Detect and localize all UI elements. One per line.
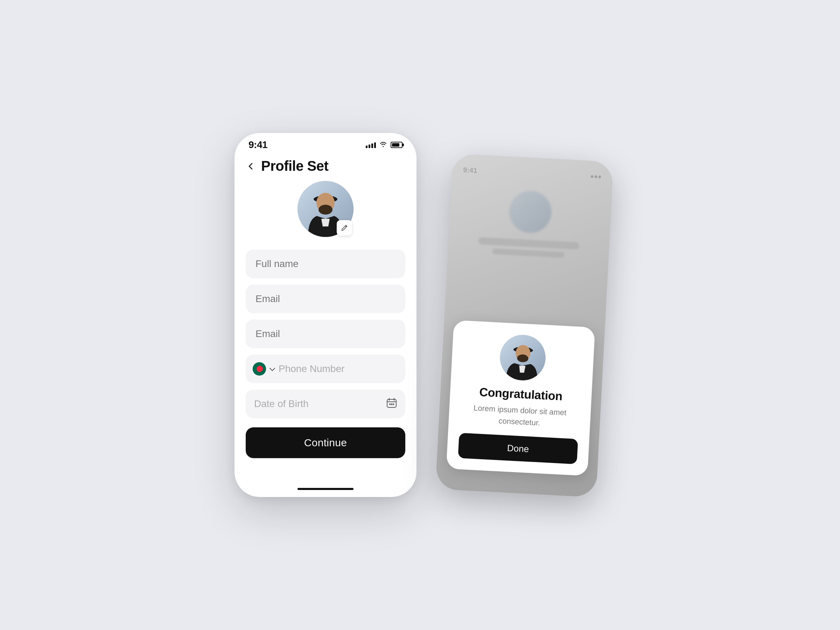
svg-rect-5 (387, 399, 396, 407)
svg-rect-7 (391, 404, 392, 405)
blurred-line-1 (478, 237, 579, 249)
signal-bar-3 (371, 144, 373, 148)
form-section: Phone Number Date of Birth (246, 249, 405, 483)
flag-icon (253, 362, 266, 376)
svg-point-4 (319, 205, 333, 215)
congrat-title: Congratulation (479, 385, 563, 403)
fullname-input[interactable] (246, 249, 405, 278)
status-icons (366, 141, 403, 149)
back-button[interactable] (246, 161, 256, 171)
phone2-icons: ●●● (590, 172, 602, 181)
phone2: 9:41 ●●● (436, 154, 614, 498)
edit-avatar-button[interactable] (337, 220, 352, 235)
blurred-line-2 (492, 248, 565, 258)
page-header: Profile Set (246, 154, 405, 181)
phone-field[interactable]: Phone Number (246, 355, 405, 383)
dob-field[interactable]: Date of Birth (246, 390, 405, 418)
phone2-time: 9:41 (463, 166, 477, 175)
dob-placeholder: Date of Birth (254, 398, 309, 409)
done-button[interactable]: Done (458, 433, 578, 464)
continue-button[interactable]: Continue (246, 427, 405, 458)
calendar-icon (387, 398, 397, 411)
congrat-card: Congratulation Lorem ipsum dolor sit ame… (446, 320, 595, 476)
battery-fill (392, 143, 399, 147)
svg-rect-8 (393, 404, 394, 405)
page-title: Profile Set (261, 158, 328, 174)
signal-bar-1 (366, 145, 368, 148)
home-bar (297, 488, 354, 490)
signal-bar-4 (374, 142, 376, 148)
card-avatar (499, 334, 547, 382)
signal-bar-2 (369, 145, 370, 148)
scene: 9:41 (175, 133, 665, 497)
phone2-bg: 9:41 ●●● (436, 154, 614, 498)
phone1: 9:41 (235, 133, 417, 497)
avatar-section (246, 181, 405, 237)
email2-input[interactable] (246, 319, 405, 348)
phone2-wrapper: 9:41 ●●● (436, 154, 614, 498)
phone2-status: 9:41 ●●● (460, 161, 605, 185)
phone2-blurred: 9:41 ●●● (448, 154, 614, 261)
phone-placeholder: Phone Number (279, 363, 398, 374)
home-indicator (246, 483, 405, 497)
flag-red (257, 366, 263, 372)
status-bar: 9:41 (246, 133, 405, 154)
flag-bg (253, 362, 266, 376)
congrat-subtitle: Lorem ipsum dolor sit amet consectetur. (459, 401, 579, 431)
battery-icon (391, 142, 403, 148)
email1-input[interactable] (246, 284, 405, 313)
signal-icon (366, 142, 376, 148)
chevron-down-icon (270, 364, 275, 373)
wifi-icon (379, 141, 387, 149)
svg-rect-6 (389, 404, 391, 405)
status-time: 9:41 (248, 139, 267, 150)
avatar-wrapper (297, 181, 354, 237)
phone2-blurred-avatar (508, 190, 552, 234)
